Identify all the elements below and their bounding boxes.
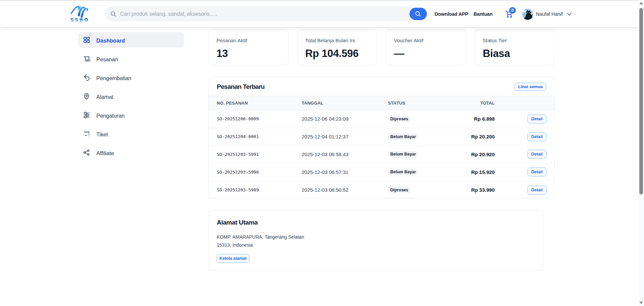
- order-status: Belum Bayar: [388, 169, 465, 175]
- scrollbar[interactable]: [638, 0, 644, 306]
- scrollbar-up-arrow[interactable]: [639, 2, 643, 5]
- user-menu[interactable]: Naufal Hanif: [522, 1, 572, 27]
- order-number: SO-20251203-5990: [217, 170, 302, 175]
- search-button[interactable]: [408, 7, 428, 21]
- nav-download-app[interactable]: Download APP: [435, 1, 468, 27]
- order-total: Rp 33.990: [465, 187, 495, 193]
- sidebar-item-label: Pesanan: [96, 56, 118, 63]
- stat-card: Total Belanja Bulan IniRp 104.596: [297, 29, 378, 65]
- order-actions-cell: Detail: [495, 168, 546, 176]
- scrollbar-thumb[interactable]: [639, 8, 643, 194]
- order-row: SO-20251203-59902025-12-03 06:57:31Belum…: [209, 163, 554, 181]
- detail-button[interactable]: Detail: [528, 115, 546, 123]
- status-badge: Belum Bayar: [388, 133, 418, 140]
- sidebar-item-pesanan[interactable]: Pesanan: [78, 51, 184, 66]
- search-bar: [105, 7, 428, 21]
- order-actions-cell: Detail: [495, 186, 546, 194]
- stat-value: Rp 104.596: [305, 48, 369, 60]
- order-date: 2025-12-04 01:12:37: [302, 134, 388, 139]
- sidebar-item-label: Dashboard: [96, 38, 125, 44]
- status-badge: Diproses: [388, 187, 411, 193]
- order-row: SO-20251203-59892025-12-03 06:50:52Dipro…: [209, 181, 554, 199]
- order-row: SO-20251206-00092025-12-06 04:23:09Dipro…: [209, 110, 554, 128]
- order-status: Diproses: [388, 187, 465, 193]
- sidebar-item-affiliate[interactable]: Affiliate: [78, 145, 184, 160]
- status-badge: Diproses: [388, 116, 411, 122]
- sidebar-nav: DashboardPesananPengembalianAlamatPengat…: [78, 32, 184, 164]
- sidebar-item-label: Pengembalian: [96, 75, 131, 81]
- orders-table-body: SO-20251206-00092025-12-06 04:23:09Dipro…: [209, 110, 554, 199]
- sidebar-item-label: Tiket: [96, 131, 108, 138]
- user-name: Naufal Hanif: [536, 11, 563, 17]
- stat-value: 13: [216, 48, 281, 60]
- stat-value: Biasa: [483, 48, 547, 60]
- search-input[interactable]: [120, 7, 379, 21]
- orders-bag-icon: [83, 55, 90, 62]
- order-actions-cell: Detail: [495, 150, 546, 159]
- order-status: Belum Bayar: [388, 133, 465, 140]
- ssbo-logo[interactable]: SSBO: [70, 4, 90, 22]
- detail-button[interactable]: Detail: [528, 186, 546, 194]
- order-number: SO-20251206-0009: [217, 116, 302, 121]
- search-icon: [110, 11, 116, 17]
- orders-card-header: Pesanan Terbaru Lihat semua: [209, 77, 554, 96]
- nav-bantuan[interactable]: Bantuan: [474, 1, 493, 27]
- order-date: 2025-12-03 06:50:52: [302, 187, 388, 193]
- order-total: Rp 15.920: [465, 169, 495, 175]
- status-badge: Belum Bayar: [388, 151, 418, 158]
- order-status: Diproses: [388, 116, 465, 122]
- cart-badge: 0: [509, 7, 516, 14]
- col-header-status: STATUS: [388, 101, 465, 106]
- detail-button[interactable]: Detail: [528, 132, 546, 141]
- stat-label: Voucher Aktif: [394, 38, 458, 43]
- sidebar-item-pengembalian[interactable]: Pengembalian: [78, 70, 184, 85]
- manage-address-button[interactable]: Kelola alamat: [217, 254, 249, 263]
- top-header: SSBO Download APP Bantuan 0 Naufal Hanif: [0, 1, 638, 27]
- order-actions-cell: Detail: [495, 115, 546, 123]
- search-icon-white: [414, 10, 422, 18]
- order-number: SO-20251204-0001: [217, 134, 302, 139]
- stat-card: Pesanan Aktif13: [208, 29, 289, 65]
- sidebar-item-alamat[interactable]: Alamat: [78, 88, 184, 104]
- sidebar-item-label: Pengaturan: [96, 113, 125, 119]
- sidebar-item-dashboard[interactable]: Dashboard: [78, 32, 184, 48]
- address-line-2: 15313, Indonesia: [217, 242, 536, 248]
- col-header-total: TOTAL: [465, 101, 495, 106]
- orders-title: Pesanan Terbaru: [217, 83, 264, 90]
- recent-orders-card: Pesanan Terbaru Lihat semua NO. PESANAN …: [208, 77, 555, 198]
- ticket-list-icon: [83, 130, 90, 137]
- dashboard-grid-icon: [83, 37, 90, 43]
- col-header-date: TANGGAL: [302, 101, 388, 106]
- svg-text:SSBO: SSBO: [70, 17, 89, 22]
- primary-address-card: Alamat Utama KOMP. AMARAPURA, Tangerang …: [208, 210, 544, 270]
- order-number: SO-20251203-5991: [217, 152, 302, 157]
- sidebar-item-label: Affiliate: [96, 150, 114, 157]
- order-actions-cell: Detail: [495, 132, 546, 141]
- stat-value: —: [394, 48, 458, 60]
- order-total: Rp 20.200: [465, 134, 495, 139]
- view-all-button[interactable]: Lihat semua: [515, 83, 546, 91]
- col-header-no: NO. PESANAN: [217, 101, 302, 106]
- address-line-1: KOMP. AMARAPURA, Tangerang Selatan: [217, 234, 536, 240]
- stat-label: Total Belanja Bulan Ini: [305, 38, 369, 43]
- order-date: 2025-12-03 06:57:31: [302, 169, 388, 175]
- order-date: 2025-12-06 04:23:09: [302, 116, 388, 122]
- order-status: Belum Bayar: [388, 151, 465, 158]
- settings-sliders-icon: [83, 112, 90, 118]
- order-row: SO-20251204-00012025-12-04 01:12:37Belum…: [209, 128, 554, 146]
- stat-label: Status Tier: [483, 38, 547, 43]
- returns-undo-icon: [83, 74, 90, 81]
- stat-cards: Pesanan Aktif13Total Belanja Bulan IniRp…: [208, 29, 555, 65]
- sidebar-item-label: Alamat: [96, 94, 113, 100]
- sidebar-item-tiket[interactable]: Tiket: [78, 126, 184, 141]
- detail-button[interactable]: Detail: [528, 150, 546, 159]
- stat-card: Status TierBiasa: [475, 29, 555, 65]
- stat-label: Pesanan Aktif: [216, 38, 281, 43]
- order-number: SO-20251203-5989: [217, 187, 302, 192]
- cart-button[interactable]: 0: [505, 10, 513, 18]
- order-total: Rp 20.920: [465, 151, 495, 157]
- avatar: [522, 9, 533, 20]
- detail-button[interactable]: Detail: [528, 168, 546, 176]
- sidebar-item-pengaturan[interactable]: Pengaturan: [78, 107, 184, 123]
- scrollbar-down-arrow[interactable]: [639, 301, 643, 304]
